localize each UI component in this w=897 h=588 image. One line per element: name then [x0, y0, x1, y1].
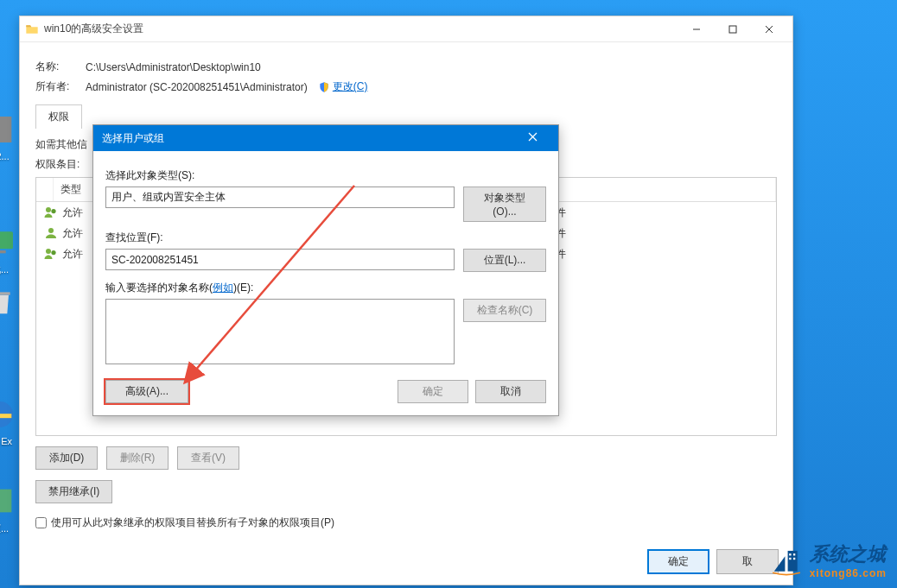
svg-rect-0	[0, 117, 11, 142]
advanced-button[interactable]: 高级(A)...	[105, 380, 188, 403]
object-path: C:\Users\Administrator\Desktop\win10	[86, 61, 261, 73]
object-name-label: 输入要选择的对象名称(例如)(E):	[105, 281, 546, 295]
svg-rect-20	[793, 553, 795, 555]
svg-rect-19	[789, 553, 791, 555]
svg-rect-7	[729, 26, 736, 33]
svg-point-11	[51, 209, 55, 213]
object-types-button[interactable]: 对象类型(O)...	[463, 187, 546, 222]
watermark-logo-icon	[770, 544, 803, 577]
folder-icon	[25, 22, 39, 36]
replace-children-checkbox[interactable]	[35, 517, 47, 528]
change-owner-link[interactable]: 更改(C)	[333, 79, 368, 94]
name-label: 名称:	[35, 60, 86, 74]
window-title: win10的高级安全设置	[44, 22, 678, 36]
svg-point-10	[46, 207, 51, 212]
svg-rect-22	[793, 558, 795, 560]
dialog-cancel-button[interactable]: 取消	[475, 380, 546, 403]
remove-button[interactable]: 删除(R)	[106, 446, 169, 470]
object-type-field: 用户、组或内置安全主体	[105, 187, 455, 208]
locations-button[interactable]: 位置(L)...	[463, 249, 546, 272]
tab-permissions[interactable]: 权限	[35, 104, 82, 129]
svg-rect-2	[0, 250, 6, 253]
svg-point-12	[48, 228, 54, 233]
watermark: 系统之城 xitong86.com	[770, 541, 887, 579]
minimize-button[interactable]	[678, 17, 715, 41]
location-field: SC-202008251451	[105, 249, 455, 270]
example-link[interactable]: 例如	[213, 281, 233, 294]
shield-icon	[318, 81, 330, 93]
check-names-button[interactable]: 检查名称(C)	[463, 299, 546, 322]
watermark-url: xitong86.com	[810, 567, 887, 579]
owner-value: Administrator (SC-202008251451\Administr…	[86, 81, 308, 93]
svg-rect-21	[789, 558, 791, 560]
location-label: 查找位置(F):	[105, 231, 546, 245]
dialog-title: 选择用户或组	[102, 131, 515, 146]
svg-rect-1	[0, 231, 13, 249]
maximize-button[interactable]	[715, 17, 751, 41]
disable-inheritance-button[interactable]: 禁用继承(I)	[35, 480, 112, 503]
svg-rect-5	[0, 490, 11, 513]
svg-point-14	[51, 250, 55, 255]
dialog-close-button[interactable]	[515, 132, 550, 144]
watermark-title: 系统之城	[810, 541, 887, 567]
replace-children-label: 使用可从此对象继承的权限项目替换所有子对象的权限项目(P)	[51, 515, 334, 530]
dialog-titlebar: 选择用户或组	[93, 125, 558, 151]
object-name-input[interactable]	[105, 299, 455, 364]
view-button[interactable]: 查看(V)	[177, 446, 239, 470]
titlebar: win10的高级安全设置	[20, 16, 792, 42]
dialog-ok-button[interactable]: 确定	[398, 380, 468, 403]
col-type[interactable]: 类型	[54, 178, 97, 201]
svg-point-13	[46, 249, 51, 254]
object-type-label: 选择此对象类型(S):	[105, 168, 546, 183]
add-button[interactable]: 添加(D)	[35, 446, 98, 470]
close-button[interactable]	[751, 17, 787, 41]
select-user-group-dialog: 选择用户或组 选择此对象类型(S): 用户、组或内置安全主体 对象类型(O)..…	[92, 124, 559, 416]
users-icon	[43, 205, 59, 220]
svg-rect-3	[0, 292, 10, 294]
owner-label: 所有者:	[35, 79, 86, 94]
user-icon	[43, 225, 59, 241]
ok-button[interactable]: 确定	[647, 549, 709, 574]
users-icon	[43, 246, 59, 262]
